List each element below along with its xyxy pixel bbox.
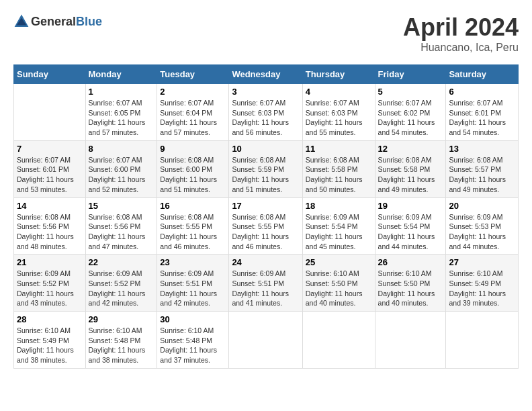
calendar-cell: 27Sunrise: 6:10 AM Sunset: 5:49 PM Dayli… bbox=[446, 255, 519, 312]
day-info: Sunrise: 6:10 AM Sunset: 5:48 PM Dayligh… bbox=[89, 326, 154, 365]
calendar-cell: 15Sunrise: 6:08 AM Sunset: 5:56 PM Dayli… bbox=[85, 197, 157, 255]
day-info: Sunrise: 6:09 AM Sunset: 5:52 PM Dayligh… bbox=[89, 269, 154, 308]
day-info: Sunrise: 6:10 AM Sunset: 5:49 PM Dayligh… bbox=[449, 269, 515, 308]
calendar-cell: 8Sunrise: 6:07 AM Sunset: 6:00 PM Daylig… bbox=[85, 140, 157, 197]
calendar-cell: 6Sunrise: 6:07 AM Sunset: 6:01 PM Daylig… bbox=[446, 84, 519, 141]
calendar-cell: 29Sunrise: 6:10 AM Sunset: 5:48 PM Dayli… bbox=[85, 312, 157, 369]
calendar-cell bbox=[14, 84, 86, 141]
day-info: Sunrise: 6:07 AM Sunset: 6:05 PM Dayligh… bbox=[89, 98, 154, 138]
calendar-cell: 1Sunrise: 6:07 AM Sunset: 6:05 PM Daylig… bbox=[85, 84, 157, 141]
day-info: Sunrise: 6:07 AM Sunset: 6:00 PM Dayligh… bbox=[89, 155, 154, 195]
logo-icon bbox=[13, 13, 30, 30]
week-row-4: 21Sunrise: 6:09 AM Sunset: 5:52 PM Dayli… bbox=[14, 255, 519, 312]
calendar-cell bbox=[375, 312, 446, 369]
day-number: 17 bbox=[232, 201, 299, 211]
calendar-cell: 10Sunrise: 6:08 AM Sunset: 5:59 PM Dayli… bbox=[229, 140, 302, 197]
calendar-cell: 17Sunrise: 6:08 AM Sunset: 5:55 PM Dayli… bbox=[229, 197, 302, 255]
weekday-header-row: SundayMondayTuesdayWednesdayThursdayFrid… bbox=[14, 65, 519, 84]
day-info: Sunrise: 6:09 AM Sunset: 5:53 PM Dayligh… bbox=[449, 212, 515, 252]
day-number: 4 bbox=[306, 87, 372, 97]
day-number: 18 bbox=[306, 201, 372, 211]
calendar-cell: 26Sunrise: 6:10 AM Sunset: 5:50 PM Dayli… bbox=[375, 255, 446, 312]
day-info: Sunrise: 6:09 AM Sunset: 5:52 PM Dayligh… bbox=[17, 269, 83, 308]
day-number: 3 bbox=[232, 87, 299, 97]
weekday-header-wednesday: Wednesday bbox=[229, 65, 302, 84]
calendar-cell: 21Sunrise: 6:09 AM Sunset: 5:52 PM Dayli… bbox=[14, 255, 86, 312]
calendar-cell: 22Sunrise: 6:09 AM Sunset: 5:52 PM Dayli… bbox=[85, 255, 157, 312]
location-subtitle: Huancano, Ica, Peru bbox=[403, 42, 519, 54]
day-info: Sunrise: 6:08 AM Sunset: 5:58 PM Dayligh… bbox=[378, 155, 443, 195]
day-info: Sunrise: 6:07 AM Sunset: 6:01 PM Dayligh… bbox=[17, 155, 83, 195]
calendar-cell: 12Sunrise: 6:08 AM Sunset: 5:58 PM Dayli… bbox=[375, 140, 446, 197]
week-row-3: 14Sunrise: 6:08 AM Sunset: 5:56 PM Dayli… bbox=[14, 197, 519, 255]
calendar-table: SundayMondayTuesdayWednesdayThursdayFrid… bbox=[13, 64, 519, 369]
calendar-cell: 13Sunrise: 6:08 AM Sunset: 5:57 PM Dayli… bbox=[446, 140, 519, 197]
logo: GeneralBlue bbox=[13, 13, 102, 30]
day-number: 19 bbox=[378, 201, 443, 211]
day-number: 23 bbox=[160, 257, 226, 267]
day-number: 28 bbox=[17, 314, 83, 324]
day-number: 25 bbox=[306, 257, 372, 267]
calendar-cell bbox=[229, 312, 302, 369]
day-number: 10 bbox=[232, 144, 299, 154]
weekday-header-saturday: Saturday bbox=[446, 65, 519, 84]
calendar-cell: 28Sunrise: 6:10 AM Sunset: 5:49 PM Dayli… bbox=[14, 312, 86, 369]
month-title: April 2024 bbox=[403, 13, 519, 42]
calendar-cell: 20Sunrise: 6:09 AM Sunset: 5:53 PM Dayli… bbox=[446, 197, 519, 255]
weekday-header-sunday: Sunday bbox=[14, 65, 86, 84]
calendar-cell bbox=[446, 312, 519, 369]
day-number: 11 bbox=[306, 144, 372, 154]
page-header: GeneralBlue April 2024 Huancano, Ica, Pe… bbox=[13, 13, 519, 54]
calendar-cell: 19Sunrise: 6:09 AM Sunset: 5:54 PM Dayli… bbox=[375, 197, 446, 255]
calendar-cell: 23Sunrise: 6:09 AM Sunset: 5:51 PM Dayli… bbox=[157, 255, 229, 312]
day-number: 21 bbox=[17, 257, 83, 267]
calendar-cell bbox=[302, 312, 375, 369]
day-number: 22 bbox=[89, 257, 154, 267]
day-number: 16 bbox=[160, 201, 226, 211]
day-info: Sunrise: 6:10 AM Sunset: 5:50 PM Dayligh… bbox=[306, 269, 372, 308]
day-number: 7 bbox=[17, 144, 83, 154]
calendar-cell: 5Sunrise: 6:07 AM Sunset: 6:02 PM Daylig… bbox=[375, 84, 446, 141]
logo-general: General bbox=[31, 15, 76, 28]
weekday-header-thursday: Thursday bbox=[302, 65, 375, 84]
weekday-header-monday: Monday bbox=[85, 65, 157, 84]
weekday-header-friday: Friday bbox=[375, 65, 446, 84]
day-number: 29 bbox=[89, 314, 154, 324]
calendar-cell: 7Sunrise: 6:07 AM Sunset: 6:01 PM Daylig… bbox=[14, 140, 86, 197]
day-number: 27 bbox=[449, 257, 515, 267]
day-info: Sunrise: 6:10 AM Sunset: 5:48 PM Dayligh… bbox=[160, 326, 226, 365]
day-info: Sunrise: 6:07 AM Sunset: 6:03 PM Dayligh… bbox=[306, 98, 372, 138]
day-info: Sunrise: 6:08 AM Sunset: 5:55 PM Dayligh… bbox=[232, 212, 299, 252]
day-info: Sunrise: 6:07 AM Sunset: 6:03 PM Dayligh… bbox=[232, 98, 299, 138]
calendar-cell: 4Sunrise: 6:07 AM Sunset: 6:03 PM Daylig… bbox=[302, 84, 375, 141]
day-number: 20 bbox=[449, 201, 515, 211]
day-info: Sunrise: 6:10 AM Sunset: 5:50 PM Dayligh… bbox=[378, 269, 443, 308]
day-number: 2 bbox=[160, 87, 226, 97]
logo-blue: Blue bbox=[76, 15, 102, 28]
calendar-cell: 16Sunrise: 6:08 AM Sunset: 5:55 PM Dayli… bbox=[157, 197, 229, 255]
day-info: Sunrise: 6:08 AM Sunset: 5:59 PM Dayligh… bbox=[232, 155, 299, 195]
calendar-cell: 3Sunrise: 6:07 AM Sunset: 6:03 PM Daylig… bbox=[229, 84, 302, 141]
day-number: 9 bbox=[160, 144, 226, 154]
calendar-cell: 18Sunrise: 6:09 AM Sunset: 5:54 PM Dayli… bbox=[302, 197, 375, 255]
day-info: Sunrise: 6:09 AM Sunset: 5:51 PM Dayligh… bbox=[160, 269, 226, 308]
day-number: 15 bbox=[89, 201, 154, 211]
calendar-cell: 25Sunrise: 6:10 AM Sunset: 5:50 PM Dayli… bbox=[302, 255, 375, 312]
day-number: 8 bbox=[89, 144, 154, 154]
day-number: 5 bbox=[378, 87, 443, 97]
day-number: 26 bbox=[378, 257, 443, 267]
title-block: April 2024 Huancano, Ica, Peru bbox=[403, 13, 519, 54]
calendar-cell: 11Sunrise: 6:08 AM Sunset: 5:58 PM Dayli… bbox=[302, 140, 375, 197]
calendar-cell: 14Sunrise: 6:08 AM Sunset: 5:56 PM Dayli… bbox=[14, 197, 86, 255]
day-info: Sunrise: 6:08 AM Sunset: 6:00 PM Dayligh… bbox=[160, 155, 226, 195]
day-number: 24 bbox=[232, 257, 299, 267]
day-info: Sunrise: 6:07 AM Sunset: 6:04 PM Dayligh… bbox=[160, 98, 226, 138]
day-info: Sunrise: 6:08 AM Sunset: 5:56 PM Dayligh… bbox=[89, 212, 154, 252]
day-number: 1 bbox=[89, 87, 154, 97]
day-info: Sunrise: 6:08 AM Sunset: 5:57 PM Dayligh… bbox=[449, 155, 515, 195]
calendar-cell: 2Sunrise: 6:07 AM Sunset: 6:04 PM Daylig… bbox=[157, 84, 229, 141]
calendar-cell: 24Sunrise: 6:09 AM Sunset: 5:51 PM Dayli… bbox=[229, 255, 302, 312]
week-row-5: 28Sunrise: 6:10 AM Sunset: 5:49 PM Dayli… bbox=[14, 312, 519, 369]
calendar-cell: 9Sunrise: 6:08 AM Sunset: 6:00 PM Daylig… bbox=[157, 140, 229, 197]
day-info: Sunrise: 6:10 AM Sunset: 5:49 PM Dayligh… bbox=[17, 326, 83, 365]
